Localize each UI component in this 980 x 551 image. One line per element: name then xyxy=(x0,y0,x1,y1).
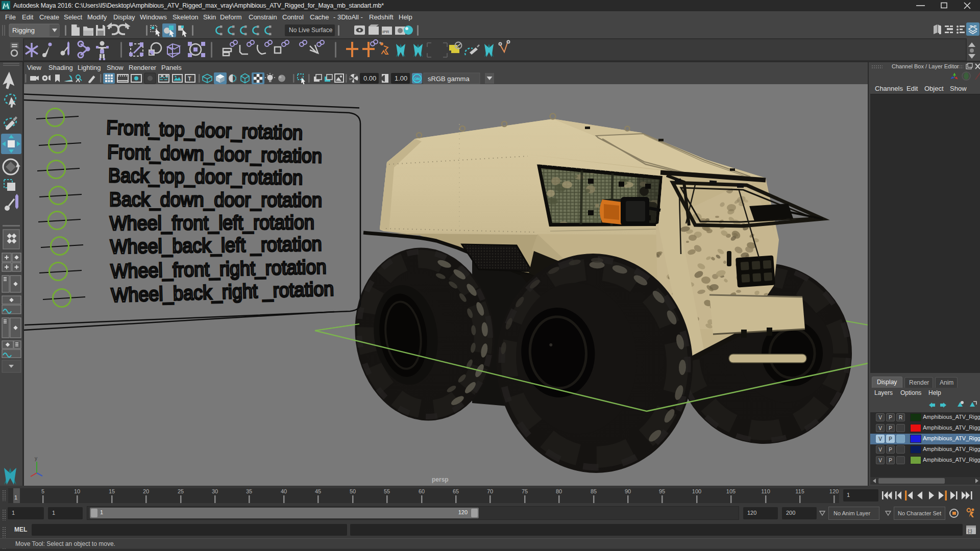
svg-text:105: 105 xyxy=(726,488,736,494)
svg-text:No Live Surface: No Live Surface xyxy=(289,27,333,34)
svg-text:50: 50 xyxy=(350,488,356,494)
svg-text:100: 100 xyxy=(692,488,701,494)
svg-text:y: y xyxy=(35,456,37,461)
svg-text:75: 75 xyxy=(522,488,528,494)
svg-text:persp: persp xyxy=(432,476,449,483)
svg-text:110: 110 xyxy=(761,488,770,494)
svg-text:70: 70 xyxy=(487,488,493,494)
svg-text:Wheel_back_right _rotation: Wheel_back_right _rotation xyxy=(111,278,334,307)
svg-text:115: 115 xyxy=(795,488,804,494)
svg-text:60: 60 xyxy=(419,488,425,494)
svg-text:25: 25 xyxy=(178,488,184,494)
svg-text:Back_down_door_rotation: Back_down_door_rotation xyxy=(109,188,322,211)
svg-text:Back_top_door_rotation: Back_top_door_rotation xyxy=(108,164,303,189)
svg-text:120: 120 xyxy=(829,488,839,494)
svg-text:{;}: {;} xyxy=(968,529,972,534)
svg-text:85: 85 xyxy=(591,488,597,494)
svg-text:45: 45 xyxy=(315,488,321,494)
svg-text:Rigging: Rigging xyxy=(12,27,35,34)
svg-text:Wheel_back_left _rotation: Wheel_back_left _rotation xyxy=(110,233,322,258)
svg-text:IPR: IPR xyxy=(382,30,389,34)
svg-text:Front_top_door_rotation: Front_top_door_rotation xyxy=(106,116,303,144)
svg-text:40: 40 xyxy=(281,488,287,494)
svg-text:sRGB gamma: sRGB gamma xyxy=(428,75,470,83)
svg-text:10: 10 xyxy=(74,488,80,494)
svg-text:95: 95 xyxy=(659,488,665,494)
svg-text:15: 15 xyxy=(109,488,115,494)
svg-text:55: 55 xyxy=(384,488,390,494)
svg-text:35: 35 xyxy=(246,488,252,494)
svg-text:ON: ON xyxy=(414,77,420,81)
svg-text:65: 65 xyxy=(453,488,459,494)
svg-text:80: 80 xyxy=(556,488,562,494)
svg-text:0.00: 0.00 xyxy=(363,74,376,82)
svg-text:1.00: 1.00 xyxy=(395,74,407,82)
svg-text:90: 90 xyxy=(625,488,631,494)
svg-text:Wheel_front_left_rotation: Wheel_front_left_rotation xyxy=(110,211,314,235)
svg-text:5: 5 xyxy=(41,488,44,494)
svg-text:20: 20 xyxy=(143,488,149,494)
svg-text:Front_down_door_rotation: Front_down_door_rotation xyxy=(107,141,323,167)
svg-text:30: 30 xyxy=(212,488,218,494)
svg-text:T: T xyxy=(188,76,191,82)
